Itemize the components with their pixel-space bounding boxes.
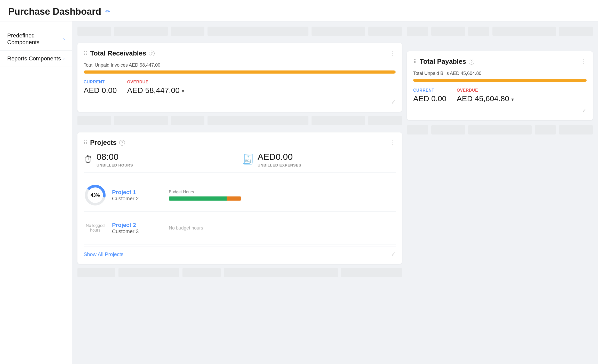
payables-card: ⠿ Total Payables ? ⋮ Total Unpaid Bills … xyxy=(407,51,593,120)
payables-title-row: ⠿ Total Payables ? xyxy=(413,58,474,66)
unbilled-hours-stat: ⏱ 08:00 UNBILLED HOURS xyxy=(84,152,237,167)
project1-budget: Budget Hours xyxy=(169,190,396,201)
payables-card-header: ⠿ Total Payables ? ⋮ xyxy=(413,58,587,66)
more-options-icon[interactable]: ⋮ xyxy=(581,58,587,65)
receivables-card: ⠿ Total Receivables ? ⋮ Total Unpaid Inv… xyxy=(77,43,402,112)
unbilled-expenses-info: AED0.00 UNBILLED EXPENSES xyxy=(258,152,301,167)
unpaid-invoices-label: Total Unpaid Invoices AED 58,447.00 xyxy=(84,62,396,68)
projects-stats-row: ⏱ 08:00 UNBILLED HOURS 🧾 AED0.00 UNBILLE… xyxy=(84,152,396,173)
skeleton-block xyxy=(431,27,465,36)
payables-progress-bar xyxy=(413,79,587,82)
show-all-projects-link[interactable]: Show All Projects xyxy=(84,251,124,257)
drag-icon: ⠿ xyxy=(84,140,87,146)
current-value: AED 0.00 xyxy=(84,86,117,95)
page-header: Purchase Dashboard ✏ xyxy=(0,0,598,21)
payables-current-block: CURRENT AED 0.00 xyxy=(413,88,446,103)
show-all-projects-row: Show All Projects ✓ xyxy=(84,247,396,258)
unbilled-expenses-value: AED0.00 xyxy=(258,152,301,162)
project1-customer: Customer 2 xyxy=(112,196,164,202)
no-logged-hours-text: No logged hours xyxy=(84,223,107,233)
main-layout: Predefined Components › Reports Componen… xyxy=(0,21,598,364)
progress-bar-fill xyxy=(84,70,396,74)
projects-title: Projects xyxy=(90,139,117,147)
sidebar-item-reports-label: Reports Components xyxy=(7,55,61,62)
dropdown-arrow-icon[interactable]: ▾ xyxy=(511,97,514,102)
skeleton-block xyxy=(312,116,365,125)
receivables-card-header: ⠿ Total Receivables ? ⋮ xyxy=(84,49,396,57)
receivables-amounts: CURRENT AED 0.00 OVERDUE AED 58,447.00 ▾ xyxy=(84,80,396,95)
sidebar-item-reports[interactable]: Reports Components › xyxy=(0,51,72,67)
budget-orange-fill xyxy=(227,196,241,201)
drag-icon: ⠿ xyxy=(84,50,87,57)
project1-info: Project 1 Customer 2 xyxy=(112,189,164,202)
help-icon[interactable]: ? xyxy=(469,59,474,65)
current-amount-block: CURRENT AED 0.00 xyxy=(84,80,117,95)
overdue-label: OVERDUE xyxy=(127,80,184,84)
skeleton-block xyxy=(77,268,115,277)
skeleton-block xyxy=(535,125,556,134)
skeleton-block xyxy=(114,27,168,36)
page-title: Purchase Dashboard xyxy=(8,6,101,17)
project2-customer: Customer 3 xyxy=(112,228,164,234)
verified-check-icon: ✓ xyxy=(391,251,396,258)
skeleton-block xyxy=(407,125,428,134)
skeleton-block xyxy=(114,116,168,125)
dropdown-arrow-icon[interactable]: ▾ xyxy=(182,88,184,94)
project2-name[interactable]: Project 2 xyxy=(112,222,164,228)
skeleton-block xyxy=(171,27,204,36)
budget-hours-bar xyxy=(169,196,241,201)
more-options-icon[interactable]: ⋮ xyxy=(390,139,396,146)
left-column: ⠿ Total Receivables ? ⋮ Total Unpaid Inv… xyxy=(77,27,402,280)
overdue-label: OVERDUE xyxy=(457,88,514,93)
edit-icon[interactable]: ✏ xyxy=(105,8,110,15)
skeleton-block xyxy=(118,268,179,277)
skeleton-block xyxy=(492,27,556,36)
drag-icon: ⠿ xyxy=(413,59,417,65)
skeleton-top xyxy=(77,27,402,36)
chevron-right-icon: › xyxy=(63,36,65,42)
chevron-right-icon: › xyxy=(63,56,65,61)
skeleton-block xyxy=(559,27,593,36)
project2-budget: No budget hours xyxy=(169,225,396,231)
sidebar-item-predefined[interactable]: Predefined Components › xyxy=(0,28,72,51)
receivables-progress-bar xyxy=(84,70,396,74)
skeleton-block xyxy=(341,268,402,277)
skeleton-block xyxy=(431,125,465,134)
payables-amounts: CURRENT AED 0.00 OVERDUE AED 45,604.80 ▾ xyxy=(413,88,587,103)
project1-name[interactable]: Project 1 xyxy=(112,189,164,196)
unbilled-hours-info: 08:00 UNBILLED HOURS xyxy=(97,152,133,167)
verified-check-icon: ✓ xyxy=(84,99,396,106)
skeleton-block xyxy=(407,27,428,36)
budget-green-fill xyxy=(169,196,227,201)
budget-hours-label: Budget Hours xyxy=(169,190,396,194)
overdue-value: AED 58,447.00 ▾ xyxy=(127,86,184,95)
projects-card-header: ⠿ Projects ? ⋮ xyxy=(84,139,396,147)
skeleton-block xyxy=(368,27,402,36)
skeleton-block xyxy=(468,125,532,134)
project-row-1: 43% Project 1 Customer 2 Budget Hours xyxy=(84,179,396,212)
sidebar-item-predefined-label: Predefined Components xyxy=(7,32,63,46)
unpaid-bills-label: Total Unpaid Bills AED 45,604.80 xyxy=(413,71,587,76)
skeleton-bottom xyxy=(77,268,402,277)
project2-no-logged: No logged hours xyxy=(84,216,107,240)
skeleton-block xyxy=(77,27,111,36)
projects-title-row: ⠿ Projects ? xyxy=(84,139,125,147)
more-options-icon[interactable]: ⋮ xyxy=(390,50,396,57)
help-icon[interactable]: ? xyxy=(149,51,155,56)
help-icon[interactable]: ? xyxy=(119,140,125,146)
skeleton-block xyxy=(208,116,308,125)
content-area: ⠿ Total Receivables ? ⋮ Total Unpaid Inv… xyxy=(72,21,598,364)
right-skeleton-mid xyxy=(407,125,593,134)
sidebar: Predefined Components › Reports Componen… xyxy=(0,21,72,364)
clock-icon: ⏱ xyxy=(84,154,93,165)
unbilled-hours-label: UNBILLED HOURS xyxy=(97,163,133,167)
skeleton-block xyxy=(182,268,220,277)
project1-donut: 43% xyxy=(84,184,107,207)
skeleton-middle xyxy=(77,116,402,125)
unbilled-expenses-label: UNBILLED EXPENSES xyxy=(258,163,301,167)
project-row-2: No logged hours Project 2 Customer 3 No … xyxy=(84,212,396,244)
skeleton-block xyxy=(77,116,111,125)
payables-verified-check-icon: ✓ xyxy=(413,107,587,114)
payables-title: Total Payables xyxy=(420,58,466,66)
receivables-title-row: ⠿ Total Receivables ? xyxy=(84,49,155,57)
